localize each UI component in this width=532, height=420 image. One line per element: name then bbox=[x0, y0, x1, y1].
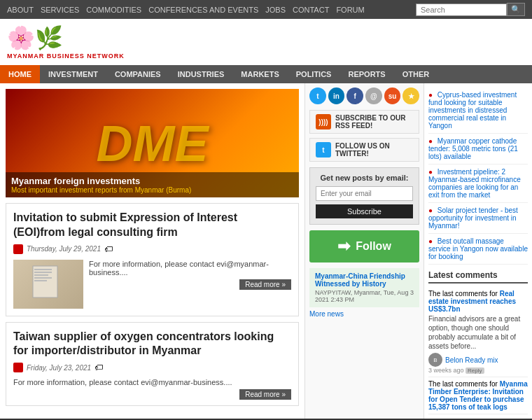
twitter-follow-box[interactable]: t Follow us on Twitter! bbox=[309, 138, 419, 162]
article-1-body: For more information, please contact evi… bbox=[13, 260, 291, 309]
calendar-icon-2 bbox=[13, 363, 23, 372]
main-column: DME Myanmar foreign investments Most imp… bbox=[0, 83, 304, 419]
article-2-meta: Friday, July 23, 2021 🏷 bbox=[13, 363, 291, 372]
tag-icon: 🏷 bbox=[104, 244, 113, 254]
right-news-link-4[interactable]: Solar project tender - best opportunity … bbox=[428, 206, 518, 230]
comment-1-time: 3 weeks ago Reply bbox=[428, 367, 528, 374]
email-signup-section: Get new posts by email: Subscribe bbox=[309, 167, 419, 225]
twitter-share-icon[interactable]: t bbox=[309, 88, 326, 104]
rss-subscribe-box[interactable]: )))) Subscribe to our RSS Feed! bbox=[309, 110, 419, 134]
mainnav-markets[interactable]: Markets bbox=[232, 65, 287, 83]
right-news-item-5: Best outcall massage service in Yangon n… bbox=[428, 234, 528, 265]
nav-conferences[interactable]: Conferences and Events bbox=[148, 6, 258, 14]
hero-image: DME Myanmar foreign investments Most imp… bbox=[6, 89, 299, 197]
search-wrap: 🔍 bbox=[416, 3, 525, 16]
sidebar-news-link[interactable]: Myanmar-China Friendship Witnessed by Hi… bbox=[315, 272, 405, 288]
article-card-1: Invitation to submit Expression of Inter… bbox=[6, 203, 299, 316]
svg-rect-2 bbox=[34, 272, 52, 273]
twitter-icon: t bbox=[316, 142, 331, 158]
svg-rect-4 bbox=[34, 277, 52, 279]
right-news-item-1: Cyprus-based investment fund looking for… bbox=[428, 88, 528, 134]
hero-overlay: Myanmar foreign investments Most importa… bbox=[6, 172, 299, 197]
article-1-desc: For more information, please contact evi… bbox=[89, 260, 291, 309]
linkedin-share-icon[interactable]: in bbox=[328, 88, 345, 104]
email-signup-title: Get new posts by email: bbox=[316, 174, 413, 182]
svg-rect-3 bbox=[34, 274, 48, 276]
mainnav-reports[interactable]: Reports bbox=[340, 65, 393, 83]
search-button[interactable]: 🔍 bbox=[507, 3, 525, 16]
rss-label: Subscribe to our RSS Feed! bbox=[335, 114, 413, 130]
sidebar-news-meta: NAYPYITAW, Myanmar, Tue, Aug 3 2021 2:43… bbox=[315, 289, 414, 303]
article-1-date: Thursday, July 29, 2021 bbox=[27, 245, 101, 253]
hero-subtitle: Most important investment reports from M… bbox=[11, 186, 293, 194]
twitter-label: Follow us on Twitter! bbox=[335, 142, 413, 158]
latest-comments-title: Latest comments bbox=[428, 270, 528, 284]
comment-2-prefix: The last comments for bbox=[428, 380, 498, 388]
reply-tag: Reply bbox=[465, 368, 484, 374]
hero-title: Myanmar foreign investments bbox=[11, 176, 293, 186]
bookmark-icon[interactable]: ★ bbox=[402, 88, 419, 104]
comment-1-text: Financial advisors are a great option, t… bbox=[428, 314, 528, 351]
article-2-readmore-wrap: Read more » bbox=[13, 390, 291, 398]
right-news-list: Cyprus-based investment fund looking for… bbox=[428, 88, 528, 265]
mainnav-home[interactable]: Home bbox=[0, 65, 40, 83]
email-share-icon[interactable]: @ bbox=[365, 88, 382, 104]
middle-sidebar: t in f @ su ★ )))) Subscribe to our RSS … bbox=[304, 83, 424, 419]
nav-about[interactable]: About bbox=[7, 6, 34, 14]
follow-arrow-icon: ➡ bbox=[337, 237, 350, 255]
content-wrapper: DME Myanmar foreign investments Most imp… bbox=[0, 83, 532, 419]
nav-commodities[interactable]: Commodities bbox=[86, 6, 141, 14]
subscribe-button[interactable]: Subscribe bbox=[316, 204, 413, 218]
comment-1-prefix: The last comments for bbox=[428, 290, 498, 298]
article-1-readmore-btn[interactable]: Read more » bbox=[239, 279, 291, 290]
nav-jobs[interactable]: Jobs bbox=[265, 6, 286, 14]
article-card-2: Taiwan supplier of oxygen concentrators … bbox=[6, 322, 299, 407]
mainnav-companies[interactable]: Companies bbox=[106, 65, 169, 83]
nav-services[interactable]: Services bbox=[41, 6, 79, 14]
right-news-item-3: Investment pipeline: 2 Myanmar-based mic… bbox=[428, 164, 528, 203]
tag-icon-2: 🏷 bbox=[94, 363, 103, 372]
site-name: Myanmar Business Network bbox=[7, 52, 125, 59]
article-1-meta: Thursday, July 29, 2021 🏷 bbox=[13, 244, 291, 254]
article-2-date: Friday, July 23, 2021 bbox=[27, 364, 91, 372]
mainnav-investment[interactable]: Investment bbox=[40, 65, 106, 83]
right-news-link-5[interactable]: Best outcall massage service in Yangon n… bbox=[428, 237, 528, 260]
right-news-link-1[interactable]: Cyprus-based investment fund looking for… bbox=[428, 91, 517, 130]
nav-forum[interactable]: Forum bbox=[336, 6, 364, 14]
rss-icon: )))) bbox=[316, 114, 331, 130]
follow-label: Follow bbox=[356, 240, 391, 253]
mainnav-industries[interactable]: Industries bbox=[169, 65, 233, 83]
svg-rect-0 bbox=[33, 266, 57, 298]
search-input[interactable] bbox=[416, 4, 507, 16]
svg-rect-5 bbox=[34, 280, 47, 281]
commenter-1-name[interactable]: Belon Ready mix bbox=[445, 356, 498, 364]
comment-item-2: The last comments for Myanma Timber Ente… bbox=[428, 377, 528, 414]
article-1-thumb bbox=[13, 260, 83, 309]
right-news-item-2: Myanmar copper cathode tender: 5,008 met… bbox=[428, 134, 528, 164]
commenter-1-avatar: B bbox=[428, 353, 442, 367]
mainnav-other[interactable]: Other bbox=[394, 65, 438, 83]
email-field[interactable] bbox=[316, 186, 413, 201]
right-news-link-2[interactable]: Myanmar copper cathode tender: 5,008 met… bbox=[428, 137, 518, 160]
right-news-item-4: Solar project tender - best opportunity … bbox=[428, 203, 528, 234]
mainnav-politics[interactable]: Politics bbox=[288, 65, 340, 83]
article-2-body: For more information, please contact evi… bbox=[13, 378, 291, 398]
article-2-title[interactable]: Taiwan supplier of oxygen concentrators … bbox=[13, 330, 291, 359]
follow-button[interactable]: ➡ Follow bbox=[309, 230, 419, 262]
article-2-readmore-btn[interactable]: Read more » bbox=[239, 389, 291, 400]
sidebar-news-item: Myanmar-China Friendship Witnessed by Hi… bbox=[309, 268, 419, 307]
comment-1-commenter: B Belon Ready mix bbox=[428, 353, 528, 367]
nav-contact[interactable]: Contact bbox=[293, 6, 329, 14]
logo-flower-icon: 🌸🌿 bbox=[7, 24, 63, 51]
logo-image: 🌸🌿 bbox=[7, 24, 69, 51]
top-navigation: About Services Commodities Conferences a… bbox=[0, 0, 532, 19]
article-1-title[interactable]: Invitation to submit Expression of Inter… bbox=[13, 211, 291, 240]
more-news-link[interactable]: More news bbox=[309, 310, 419, 318]
facebook-share-icon[interactable]: f bbox=[346, 88, 363, 104]
follow-button-wrap: ➡ Follow bbox=[309, 230, 419, 262]
article-1-thumb-img bbox=[13, 260, 83, 309]
stumble-share-icon[interactable]: su bbox=[384, 88, 401, 104]
hero-letters: DME bbox=[97, 115, 209, 172]
right-news-link-3[interactable]: Investment pipeline: 2 Myanmar-based mic… bbox=[428, 168, 521, 199]
article-2-desc: For more information, please contact evi… bbox=[13, 378, 291, 398]
